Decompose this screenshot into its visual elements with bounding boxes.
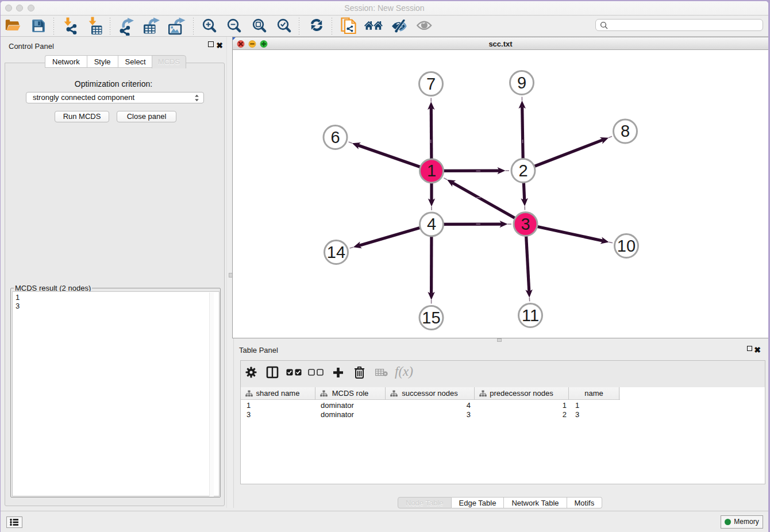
- svg-text:6: 6: [330, 128, 340, 147]
- svg-text:1: 1: [427, 161, 436, 180]
- svg-text:15: 15: [422, 309, 440, 327]
- svg-text:2: 2: [518, 161, 528, 180]
- svg-text:11: 11: [522, 306, 539, 325]
- svg-text:14: 14: [327, 243, 345, 261]
- svg-text:9: 9: [517, 74, 526, 92]
- svg-text:8: 8: [621, 122, 630, 140]
- svg-text:3: 3: [521, 215, 530, 233]
- svg-text:4: 4: [427, 215, 436, 233]
- svg-text:7: 7: [426, 75, 436, 93]
- svg-text:10: 10: [617, 237, 636, 255]
